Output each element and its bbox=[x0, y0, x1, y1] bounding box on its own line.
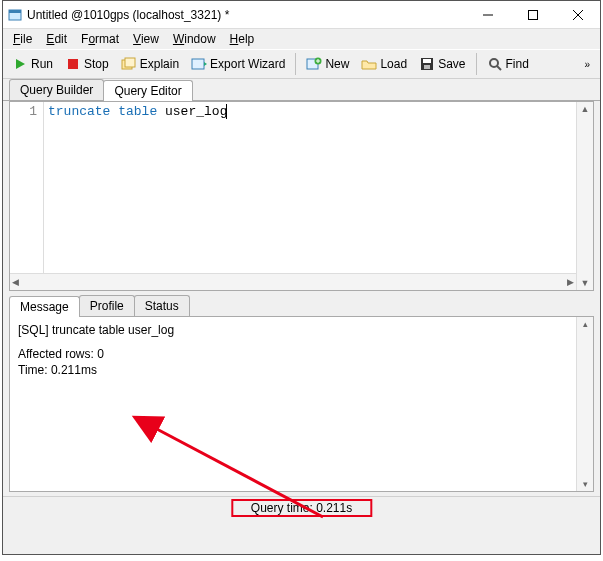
message-line: [SQL] truncate table user_log bbox=[18, 323, 585, 337]
window-title: Untitled @1010gps (localhost_3321) * bbox=[27, 8, 465, 22]
sql-text: user_log bbox=[157, 104, 227, 119]
maximize-button[interactable] bbox=[510, 1, 555, 28]
toolbar-overflow-icon[interactable]: » bbox=[578, 59, 596, 70]
result-tab-profile[interactable]: Profile bbox=[79, 295, 135, 316]
find-label: Find bbox=[506, 57, 529, 71]
annotation-highlight: Query time: 0.211s bbox=[231, 499, 372, 517]
svg-marker-11 bbox=[204, 62, 207, 66]
close-button[interactable] bbox=[555, 1, 600, 28]
sql-editor[interactable]: 1 truncate table user_log ▲ ▼ ◀ ▶ bbox=[9, 101, 594, 291]
menu-help[interactable]: Help bbox=[224, 31, 261, 47]
title-bar: Untitled @1010gps (localhost_3321) * bbox=[3, 1, 600, 29]
stop-label: Stop bbox=[84, 57, 109, 71]
export-icon bbox=[191, 56, 207, 72]
export-wizard-button[interactable]: Export Wizard bbox=[186, 53, 290, 75]
menu-edit[interactable]: Edit bbox=[40, 31, 73, 47]
new-label: New bbox=[325, 57, 349, 71]
scroll-up-icon[interactable]: ▲ bbox=[579, 102, 592, 116]
svg-rect-9 bbox=[125, 58, 135, 67]
stop-button[interactable]: Stop bbox=[60, 53, 114, 75]
scroll-down-icon[interactable]: ▾ bbox=[581, 477, 590, 491]
svg-point-19 bbox=[490, 59, 498, 67]
menu-file[interactable]: File bbox=[7, 31, 38, 47]
load-button[interactable]: Load bbox=[356, 53, 412, 75]
result-tabs: Message Profile Status bbox=[9, 295, 594, 317]
message-scrollbar-vertical[interactable]: ▴ ▾ bbox=[576, 317, 593, 491]
svg-rect-3 bbox=[528, 10, 537, 19]
editor-tabs: Query Builder Query Editor bbox=[3, 79, 600, 101]
find-button[interactable]: Find bbox=[482, 53, 534, 75]
minimize-button[interactable] bbox=[465, 1, 510, 28]
scroll-down-icon[interactable]: ▼ bbox=[579, 276, 592, 290]
save-icon bbox=[419, 56, 435, 72]
svg-marker-6 bbox=[16, 59, 25, 69]
new-button[interactable]: New bbox=[301, 53, 354, 75]
run-button[interactable]: Run bbox=[7, 53, 58, 75]
message-output: [SQL] truncate table user_log Affected r… bbox=[9, 317, 594, 492]
svg-rect-1 bbox=[9, 10, 21, 13]
editor-gutter: 1 bbox=[10, 102, 44, 290]
status-bar: Query time: 0.211s bbox=[3, 496, 600, 518]
editor-code[interactable]: truncate table user_log bbox=[44, 102, 576, 290]
scroll-left-icon[interactable]: ◀ bbox=[10, 275, 21, 289]
status-query-time: Query time: 0.211s bbox=[241, 500, 362, 516]
save-label: Save bbox=[438, 57, 465, 71]
message-line: Affected rows: 0 bbox=[18, 347, 585, 361]
explain-label: Explain bbox=[140, 57, 179, 71]
svg-rect-10 bbox=[192, 59, 204, 69]
explain-icon bbox=[121, 56, 137, 72]
menu-view[interactable]: View bbox=[127, 31, 165, 47]
tab-query-builder[interactable]: Query Builder bbox=[9, 79, 104, 100]
svg-rect-18 bbox=[424, 65, 430, 69]
toolbar: Run Stop Explain Export Wizard New Load … bbox=[3, 49, 600, 79]
window-controls bbox=[465, 1, 600, 28]
export-wizard-label: Export Wizard bbox=[210, 57, 285, 71]
toolbar-separator bbox=[295, 53, 296, 75]
search-icon bbox=[487, 56, 503, 72]
text-caret bbox=[226, 104, 227, 119]
run-label: Run bbox=[31, 57, 53, 71]
new-icon bbox=[306, 56, 322, 72]
play-icon bbox=[12, 56, 28, 72]
load-label: Load bbox=[380, 57, 407, 71]
svg-rect-7 bbox=[68, 59, 78, 69]
svg-line-20 bbox=[497, 66, 501, 70]
sql-keyword: truncate table bbox=[48, 104, 157, 119]
save-button[interactable]: Save bbox=[414, 53, 470, 75]
result-tab-status[interactable]: Status bbox=[134, 295, 190, 316]
editor-scrollbar-horizontal[interactable]: ◀ ▶ bbox=[10, 273, 576, 290]
folder-open-icon bbox=[361, 56, 377, 72]
menu-bar: File Edit Format View Window Help bbox=[3, 29, 600, 49]
menu-window[interactable]: Window bbox=[167, 31, 222, 47]
scroll-up-icon[interactable]: ▴ bbox=[581, 317, 590, 331]
svg-rect-17 bbox=[423, 59, 431, 63]
app-icon bbox=[7, 7, 23, 23]
result-tab-message[interactable]: Message bbox=[9, 296, 80, 317]
toolbar-separator bbox=[476, 53, 477, 75]
message-line: Time: 0.211ms bbox=[18, 363, 585, 377]
menu-format[interactable]: Format bbox=[75, 31, 125, 47]
tab-query-editor[interactable]: Query Editor bbox=[103, 80, 192, 101]
stop-icon bbox=[65, 56, 81, 72]
editor-scrollbar-vertical[interactable]: ▲ ▼ bbox=[576, 102, 593, 290]
results-panel: Message Profile Status [SQL] truncate ta… bbox=[9, 295, 594, 492]
app-window: Untitled @1010gps (localhost_3321) * Fil… bbox=[2, 0, 601, 555]
scroll-right-icon[interactable]: ▶ bbox=[565, 275, 576, 289]
gutter-line-number: 1 bbox=[10, 104, 37, 119]
explain-button[interactable]: Explain bbox=[116, 53, 184, 75]
